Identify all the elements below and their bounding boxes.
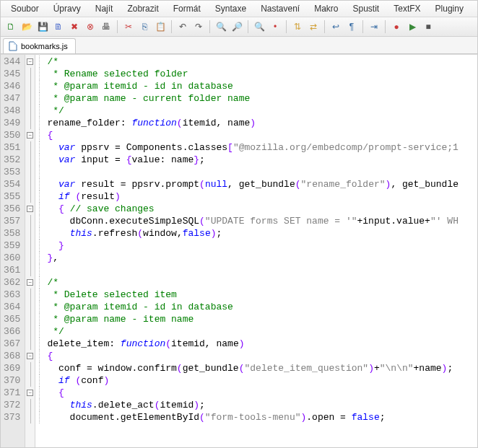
code-line[interactable]: conf = window.confirm(get_bundle("delete… xyxy=(47,362,477,374)
code-line[interactable]: */ xyxy=(47,325,477,338)
menu-item-spustit[interactable]: Spustit xyxy=(347,2,386,15)
save-all-icon[interactable]: 🗎 xyxy=(51,19,66,34)
redo-icon[interactable]: ↷ xyxy=(191,19,206,34)
code-line[interactable]: * @param name - item name xyxy=(47,313,477,325)
code-line[interactable]: }, xyxy=(47,252,477,264)
menu-item-textfx[interactable]: TextFX xyxy=(388,2,426,15)
play-icon[interactable]: ▶ xyxy=(405,19,420,34)
line-number: 364 xyxy=(4,301,20,313)
line-number: 371 xyxy=(4,387,20,399)
code-line[interactable]: { xyxy=(47,129,477,141)
fold-toggle-icon[interactable]: − xyxy=(27,58,33,65)
menu-item-formát[interactable]: Formát xyxy=(168,2,207,15)
fold-toggle-icon[interactable]: − xyxy=(27,279,33,286)
indent-icon[interactable]: ⇥ xyxy=(367,19,381,34)
code-line[interactable]: if (result) xyxy=(47,190,477,203)
code-line[interactable]: } xyxy=(47,240,477,252)
code-line[interactable]: /* xyxy=(47,56,477,68)
code-line[interactable]: * Delete selected item xyxy=(47,289,477,301)
line-number: 368 xyxy=(4,350,20,362)
replace-icon[interactable]: 🔎 xyxy=(230,19,244,34)
code-line[interactable]: delete_item: function(itemid, name) xyxy=(47,338,477,350)
stop-icon[interactable]: ■ xyxy=(421,19,435,34)
copy-icon[interactable]: ⎘ xyxy=(137,19,152,34)
code-line[interactable]: /* xyxy=(47,276,477,289)
menu-item-syntaxe[interactable]: Syntaxe xyxy=(209,2,252,15)
sync-v-icon[interactable]: ⇅ xyxy=(290,19,305,34)
line-number: 366 xyxy=(4,325,20,338)
line-number: 352 xyxy=(4,154,20,166)
new-file-icon[interactable]: 🗋 xyxy=(4,19,18,34)
code-line[interactable]: document.getElementById("form-tools-menu… xyxy=(47,411,477,423)
close-icon[interactable]: ✖ xyxy=(67,19,82,34)
code-line[interactable]: * @param itemid - id in database xyxy=(47,301,477,313)
line-number: 348 xyxy=(4,105,20,117)
undo-icon[interactable]: ↶ xyxy=(175,19,190,34)
fold-toggle-icon[interactable]: − xyxy=(27,206,33,212)
code-line[interactable] xyxy=(47,166,477,178)
open-file-icon[interactable]: 📂 xyxy=(19,19,34,34)
code-line[interactable]: */ xyxy=(47,105,477,117)
line-number: 359 xyxy=(4,240,20,252)
code-area[interactable]: /* * Rename selected folder * @param ite… xyxy=(44,55,477,447)
menu-item-makro[interactable]: Makro xyxy=(308,2,344,15)
code-line[interactable]: this.delete_act(itemid); xyxy=(47,399,477,411)
code-line[interactable]: * @param name - current folder name xyxy=(47,92,477,105)
code-line[interactable]: var input = {value: name}; xyxy=(47,154,477,166)
toolbar-separator xyxy=(362,20,363,33)
sync-h-icon[interactable]: ⇄ xyxy=(306,19,321,34)
menu-item-nastavení[interactable]: Nastavení xyxy=(255,2,305,15)
code-line[interactable]: if (conf) xyxy=(47,374,477,387)
paste-icon[interactable]: 📋 xyxy=(153,19,168,34)
code-line[interactable]: { xyxy=(47,350,477,362)
print-icon[interactable]: 🖶 xyxy=(99,19,113,34)
code-line[interactable]: { // save changes xyxy=(47,203,477,215)
fold-toggle-icon[interactable]: − xyxy=(27,390,33,396)
line-number: 373 xyxy=(4,411,20,423)
menu-item-soubor[interactable]: Soubor xyxy=(5,2,45,15)
menu-item-okno[interactable]: Okno xyxy=(472,2,478,15)
cut-icon[interactable]: ✂ xyxy=(121,19,136,34)
toolbar-separator xyxy=(286,20,287,33)
code-line[interactable]: * @param itemid - id in database xyxy=(47,80,477,92)
menu-item-zobrazit[interactable]: Zobrazit xyxy=(121,2,164,15)
file-tab[interactable]: bookmarks.js xyxy=(3,38,76,53)
line-number: 372 xyxy=(4,399,20,411)
save-icon[interactable]: 💾 xyxy=(35,19,50,34)
code-line[interactable] xyxy=(47,264,477,276)
zoom-out-icon[interactable]: • xyxy=(268,19,282,34)
toolbar-separator xyxy=(385,20,386,33)
line-number: 351 xyxy=(4,141,20,154)
toolbar-separator xyxy=(117,20,118,33)
code-line[interactable]: this.refresh(window,false); xyxy=(47,227,477,240)
fold-toggle-icon[interactable]: − xyxy=(27,132,33,139)
menu-item-úpravy[interactable]: Úpravy xyxy=(48,2,87,15)
code-line[interactable]: rename_folder: function(itemid, name) xyxy=(47,117,477,129)
line-number: 346 xyxy=(4,80,20,92)
menu-item-najít[interactable]: Najít xyxy=(90,2,119,15)
code-line[interactable]: * Rename selected folder xyxy=(47,68,477,80)
line-number: 344 xyxy=(4,56,20,68)
wrap-icon[interactable]: ↩ xyxy=(329,19,343,34)
line-number: 350 xyxy=(4,129,20,141)
line-number: 355 xyxy=(4,190,20,203)
code-editor[interactable]: 3443453463473483493503513523533543553563… xyxy=(1,54,477,447)
code-line[interactable]: dbConn.executeSimpleSQL("UPDATE forms SE… xyxy=(47,215,477,227)
fold-toggle-icon[interactable]: − xyxy=(27,353,33,359)
code-line[interactable]: var result = ppsrv.prompt(null, get_bund… xyxy=(47,178,477,190)
record-icon[interactable]: ● xyxy=(389,19,404,34)
code-line[interactable]: var ppsrv = Components.classes["@mozilla… xyxy=(47,141,477,154)
line-number: 360 xyxy=(4,252,20,264)
tab-bar: bookmarks.js xyxy=(1,37,477,54)
toolbar-separator xyxy=(248,20,248,33)
menu-item-pluginy[interactable]: Pluginy xyxy=(430,2,469,15)
menubar: SouborÚpravyNajítZobrazitFormátSyntaxeNa… xyxy=(1,1,477,17)
code-line[interactable]: { xyxy=(47,387,477,399)
close-all-icon[interactable]: ⊗ xyxy=(83,19,97,34)
all-chars-icon[interactable]: ¶ xyxy=(344,19,359,34)
zoom-in-icon[interactable]: 🔍 xyxy=(252,19,266,34)
line-number: 369 xyxy=(4,362,20,374)
find-icon[interactable]: 🔍 xyxy=(214,19,228,34)
line-number: 357 xyxy=(4,215,20,227)
line-number: 356 xyxy=(4,203,20,215)
